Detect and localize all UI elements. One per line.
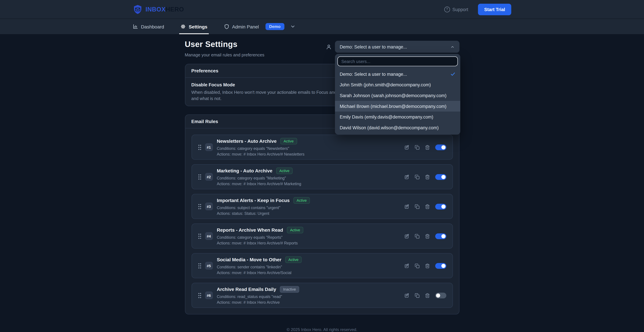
delete-rule-button[interactable] bbox=[425, 234, 430, 238]
edit-rule-button[interactable] bbox=[404, 204, 409, 209]
copy-icon bbox=[414, 174, 420, 179]
duplicate-rule-button[interactable] bbox=[414, 293, 420, 298]
delete-rule-button[interactable] bbox=[425, 174, 430, 179]
toggle-knob bbox=[441, 145, 445, 149]
user-option[interactable]: John Smith (john.smith@democompany.com) bbox=[335, 79, 460, 90]
rule-conditions: Conditions: subject contains "urgent" bbox=[217, 206, 310, 210]
tab-admin-panel[interactable]: Admin Panel Demo bbox=[224, 19, 295, 34]
rule-actions: Actions: move: # Inbox Hero Archive/# Ma… bbox=[217, 182, 301, 186]
copy-icon bbox=[414, 234, 420, 238]
user-option-label: David Wilson (david.wilson@democompany.c… bbox=[340, 125, 439, 130]
chevron-down-icon[interactable] bbox=[290, 24, 295, 29]
tab-dashboard[interactable]: Dashboard bbox=[133, 19, 164, 34]
user-select-dropdown: Demo: Select a user to manage... John Sm… bbox=[335, 54, 460, 134]
demo-badge[interactable]: Demo bbox=[266, 23, 284, 30]
user-option[interactable]: Sarah Johnson (sarah.johnson@democompany… bbox=[335, 90, 460, 101]
edit-rule-button[interactable] bbox=[404, 174, 409, 179]
rule-conditions: Conditions: sender contains "linkedin" bbox=[217, 265, 302, 269]
user-option[interactable]: David Wilson (david.wilson@democompany.c… bbox=[335, 122, 460, 133]
toggle-knob bbox=[441, 264, 445, 268]
rule-enabled-toggle[interactable] bbox=[435, 174, 446, 180]
trash-icon bbox=[425, 234, 430, 238]
drag-handle-icon[interactable] bbox=[198, 233, 201, 239]
gear-icon bbox=[180, 24, 186, 29]
user-search-input[interactable] bbox=[337, 56, 458, 66]
rule-conditions: Conditions: category equals "Marketing" bbox=[217, 176, 301, 181]
user-option-label: Emily Davis (emily.davis@democompany.com… bbox=[340, 114, 433, 119]
rule-row: #5 Social Media - Move to Other Active C… bbox=[191, 253, 453, 278]
drag-handle-icon[interactable] bbox=[198, 204, 201, 209]
duplicate-rule-button[interactable] bbox=[414, 234, 420, 238]
bar-chart-icon bbox=[133, 24, 138, 29]
rule-row: #3 Important Alerts - Keep in Focus Acti… bbox=[191, 194, 453, 219]
user-option[interactable]: Demo: Select a user to manage... bbox=[335, 69, 460, 79]
tab-settings[interactable]: Settings bbox=[180, 19, 208, 34]
edit-rule-button[interactable] bbox=[404, 234, 409, 238]
toggle-knob bbox=[441, 234, 445, 238]
trash-icon bbox=[425, 174, 430, 179]
toggle-knob bbox=[441, 204, 445, 208]
user-options-list: Demo: Select a user to manage... John Sm… bbox=[335, 69, 460, 133]
edit-rule-button[interactable] bbox=[404, 263, 409, 268]
rule-row: #6 Archive Read Emails Daily Inactive Co… bbox=[191, 283, 453, 308]
rule-number-badge: #3 bbox=[205, 203, 213, 210]
support-label: Support bbox=[452, 7, 468, 12]
drag-handle-icon[interactable] bbox=[198, 144, 201, 150]
trash-icon bbox=[425, 204, 430, 209]
support-link[interactable]: ? Support bbox=[444, 7, 468, 12]
drag-handle-icon[interactable] bbox=[198, 174, 201, 180]
start-trial-button[interactable]: Start Trial bbox=[478, 4, 511, 15]
user-option[interactable]: Michael Brown (michael.brown@democompany… bbox=[335, 101, 460, 112]
drag-handle-icon[interactable] bbox=[198, 292, 201, 298]
logo-text: INBOXHERO bbox=[146, 6, 184, 13]
duplicate-rule-button[interactable] bbox=[414, 204, 420, 209]
rule-row: #2 Marketing - Auto Archive Active Condi… bbox=[191, 164, 453, 189]
user-select-value: Demo: Select a user to manage... bbox=[340, 44, 407, 49]
rule-name: Important Alerts - Keep in Focus bbox=[217, 198, 290, 203]
main-nav: Dashboard Settings Admin Panel Demo bbox=[0, 19, 644, 34]
rule-status-badge: Active bbox=[276, 167, 293, 174]
copy-icon bbox=[414, 204, 420, 209]
delete-rule-button[interactable] bbox=[425, 145, 430, 149]
email-rules-card: Email Rules #1 Newsletters - Auto Archiv… bbox=[185, 114, 459, 314]
user-option[interactable]: Emily Davis (emily.davis@democompany.com… bbox=[335, 112, 460, 122]
duplicate-rule-button[interactable] bbox=[414, 263, 420, 268]
pencil-square-icon bbox=[404, 234, 409, 238]
logo[interactable]: INBOXHERO bbox=[133, 4, 184, 14]
rule-enabled-toggle[interactable] bbox=[435, 292, 446, 298]
rule-enabled-toggle[interactable] bbox=[435, 204, 446, 209]
rule-name: Newsletters - Auto Archive bbox=[217, 138, 277, 143]
rule-enabled-toggle[interactable] bbox=[435, 263, 446, 268]
edit-rule-button[interactable] bbox=[404, 293, 409, 298]
user-select-trigger[interactable]: Demo: Select a user to manage... bbox=[335, 41, 459, 53]
app-header: INBOXHERO ? Support Start Trial bbox=[0, 0, 644, 19]
trash-icon bbox=[425, 263, 430, 268]
rule-actions: Actions: move: # Inbox Hero Archive/Soci… bbox=[217, 271, 302, 275]
rule-status-badge: Inactive bbox=[280, 286, 299, 293]
rule-number-badge: #2 bbox=[205, 173, 213, 181]
duplicate-rule-button[interactable] bbox=[414, 174, 420, 179]
rule-status-badge: Active bbox=[287, 227, 304, 233]
rule-name: Archive Read Emails Daily bbox=[217, 287, 276, 292]
rule-enabled-toggle[interactable] bbox=[435, 233, 446, 239]
pencil-square-icon bbox=[404, 204, 409, 209]
pencil-square-icon bbox=[404, 174, 409, 179]
duplicate-rule-button[interactable] bbox=[414, 145, 420, 149]
app: INBOXHERO ? Support Start Trial Dashboar… bbox=[0, 0, 644, 332]
user-option-label: Michael Brown (michael.brown@democompany… bbox=[340, 104, 446, 109]
rule-enabled-toggle[interactable] bbox=[435, 144, 446, 150]
delete-rule-button[interactable] bbox=[425, 263, 430, 268]
check-icon bbox=[450, 72, 455, 76]
help-circle-icon: ? bbox=[444, 7, 450, 12]
page-subtitle: Manage your email rules and preferences bbox=[185, 52, 264, 57]
tab-label: Settings bbox=[189, 24, 208, 29]
copy-icon bbox=[414, 263, 420, 268]
edit-rule-button[interactable] bbox=[404, 145, 409, 149]
user-option-label: John Smith (john.smith@democompany.com) bbox=[340, 82, 431, 87]
rule-row: #1 Newsletters - Auto Archive Active Con… bbox=[191, 134, 453, 159]
delete-rule-button[interactable] bbox=[425, 204, 430, 209]
delete-rule-button[interactable] bbox=[425, 293, 430, 298]
drag-handle-icon[interactable] bbox=[198, 263, 201, 268]
chevron-up-icon bbox=[450, 45, 454, 49]
main-content: User Settings Manage your email rules an… bbox=[0, 34, 644, 332]
